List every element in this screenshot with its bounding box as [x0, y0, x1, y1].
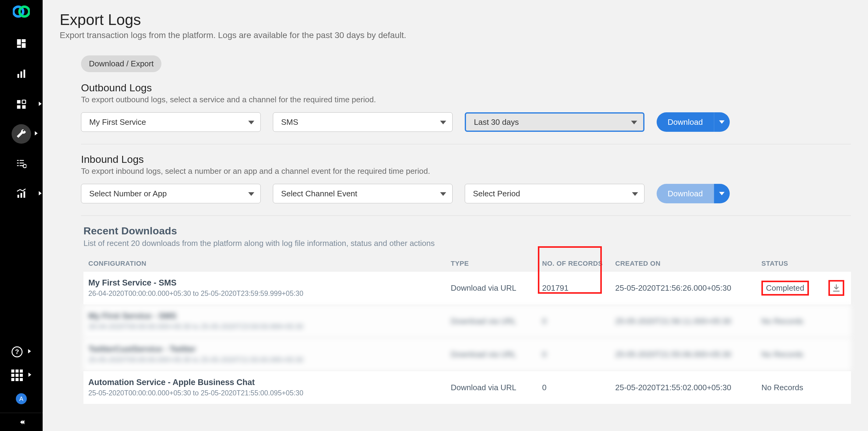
webex-logo	[13, 5, 30, 18]
inbound-period-select[interactable]: Select Period	[465, 184, 645, 203]
nav-debug[interactable]	[8, 153, 35, 174]
svg-rect-9	[17, 100, 21, 103]
svg-rect-5	[17, 46, 21, 48]
chevron-down-icon	[248, 189, 254, 198]
row-config-name: My First Service - SMS	[88, 311, 451, 321]
col-configuration: CONFIGURATION	[88, 260, 451, 268]
help-icon[interactable]: ?	[11, 346, 23, 357]
caret-right-icon	[39, 102, 42, 107]
row-status: No Records	[762, 383, 828, 392]
chevron-down-icon	[440, 118, 446, 127]
apps-icon[interactable]	[11, 369, 23, 381]
sidebar: ? A	[0, 0, 43, 431]
inbound-period-value: Select Period	[473, 189, 520, 198]
avatar[interactable]: A	[16, 393, 27, 404]
table-row: My First Service - SMS 26-04-2020T00:00:…	[84, 304, 851, 337]
chevron-down-icon	[631, 118, 637, 127]
download-button-label[interactable]: Download	[657, 112, 714, 132]
recent-downloads-table: CONFIGURATION TYPE NO. OF RECORDS CREATE…	[84, 256, 851, 404]
nav-dashboard[interactable]	[8, 33, 35, 54]
download-row-button[interactable]	[828, 280, 844, 296]
caret-right-icon	[28, 349, 31, 355]
nav-reports[interactable]	[8, 183, 35, 204]
col-created: CREATED ON	[615, 260, 762, 268]
main-content: Export Logs Export transaction logs from…	[43, 0, 868, 431]
row-records: 0	[542, 350, 615, 359]
col-type: TYPE	[451, 260, 542, 268]
table-row: My First Service - SMS 26-04-2020T00:00:…	[84, 271, 851, 304]
svg-rect-12	[22, 105, 26, 109]
svg-rect-8	[24, 70, 25, 78]
nav-analytics[interactable]	[8, 63, 35, 85]
svg-rect-17	[20, 163, 24, 163]
svg-rect-13	[17, 160, 19, 161]
row-config-range: 26-04-2020T00:00:00.000+05:30 to 25-05-2…	[88, 323, 451, 331]
inbound-subtitle: To export inbound logs, select a number …	[81, 166, 851, 176]
svg-rect-11	[17, 105, 21, 109]
svg-rect-21	[21, 193, 22, 198]
inbound-number-app-value: Select Number or App	[89, 189, 166, 198]
row-type: Download via URL	[451, 350, 542, 359]
chevron-down-icon	[248, 118, 254, 127]
col-status: STATUS	[762, 260, 828, 268]
outbound-title: Outbound Logs	[81, 82, 851, 94]
outbound-download-button[interactable]: Download	[657, 112, 730, 132]
divider	[81, 216, 851, 216]
svg-rect-20	[18, 195, 19, 198]
page-title: Export Logs	[60, 11, 851, 29]
row-type: Download via URL	[451, 383, 542, 392]
inbound-channel-event-select[interactable]: Select Channel Event	[273, 184, 453, 203]
svg-rect-2	[17, 39, 21, 45]
table-row: TwitterCustService - Twitter 25-05-2020T…	[84, 337, 851, 371]
download-button-label[interactable]: Download	[657, 184, 714, 203]
svg-rect-4	[22, 43, 26, 48]
download-button-caret[interactable]	[714, 112, 730, 132]
download-button-caret[interactable]	[714, 184, 730, 203]
row-type: Download via URL	[451, 284, 542, 293]
inbound-channel-event-value: Select Channel Event	[281, 189, 357, 198]
row-records: 0	[542, 383, 615, 392]
sidebar-bottom: ? A	[0, 346, 43, 431]
row-status: No Records	[762, 317, 828, 326]
table-header: CONFIGURATION TYPE NO. OF RECORDS CREATE…	[84, 256, 851, 271]
svg-rect-15	[17, 165, 19, 166]
outbound-subtitle: To export outbound logs, select a servic…	[81, 95, 851, 104]
row-status: Completed	[762, 280, 828, 296]
table-row: Automation Service - Apple Business Chat…	[84, 371, 851, 404]
svg-rect-22	[24, 192, 25, 198]
recent-downloads-subtitle: List of recent 20 downloads from the pla…	[84, 239, 851, 248]
col-records: NO. OF RECORDS	[542, 260, 615, 268]
svg-rect-6	[18, 74, 19, 78]
download-export-chip[interactable]: Download / Export	[81, 56, 161, 72]
svg-rect-14	[17, 163, 19, 163]
row-status: No Records	[762, 350, 828, 359]
caret-right-icon	[39, 191, 42, 197]
page-subtitle: Export transaction logs from the platfor…	[60, 30, 851, 40]
outbound-service-value: My First Service	[89, 118, 146, 127]
outbound-channel-select[interactable]: SMS	[273, 112, 453, 132]
row-created: 25-05-2020T21:55:02.000+05:30	[615, 383, 762, 392]
svg-rect-7	[21, 71, 22, 78]
nav-tools[interactable]	[11, 124, 31, 144]
highlight-box: Completed	[762, 280, 809, 296]
nav-modules[interactable]	[8, 94, 35, 115]
inbound-number-app-select[interactable]: Select Number or App	[81, 184, 261, 203]
collapse-sidebar-button[interactable]	[0, 413, 43, 431]
inbound-title: Inbound Logs	[81, 154, 851, 165]
row-created: 25-05-2020T21:56:26.000+05:30	[615, 284, 762, 293]
inbound-download-button[interactable]: Download	[657, 184, 730, 203]
svg-rect-16	[20, 160, 24, 161]
row-config-range: 25-05-2020T00:00:00.000+05:30 to 25-05-2…	[88, 389, 451, 397]
svg-rect-3	[22, 39, 26, 42]
row-config-range: 25-05-2020T00:00:00.000+05:30 to 25-05-2…	[88, 356, 451, 364]
row-config-name: Automation Service - Apple Business Chat	[88, 378, 451, 387]
outbound-period-select[interactable]: Last 30 days	[465, 112, 645, 132]
row-created: 25-05-2020T21:56:11.000+05:30	[615, 317, 762, 326]
outbound-period-value: Last 30 days	[474, 118, 519, 127]
outbound-service-select[interactable]: My First Service	[81, 112, 261, 132]
row-config-name: TwitterCustService - Twitter	[88, 344, 451, 354]
row-created: 25-05-2020T21:55:06.000+05:30	[615, 350, 762, 359]
row-records: 0	[542, 317, 615, 326]
row-config-name: My First Service - SMS	[88, 278, 451, 288]
row-type: Download via URL	[451, 317, 542, 326]
